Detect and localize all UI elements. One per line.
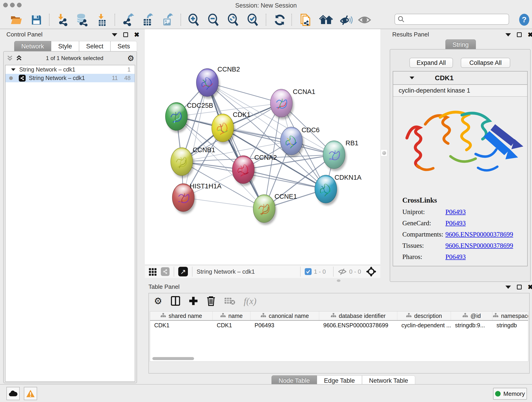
horizontal-splitter-handle[interactable] [337, 279, 341, 282]
column-header-namespace[interactable]: namespace [492, 312, 528, 320]
crosslink-link[interactable]: P06493 [445, 219, 466, 227]
detach-view-button[interactable]: ↗ [178, 267, 188, 276]
import-network-database-button[interactable] [75, 13, 89, 27]
results-panel-title: Results Panel [392, 31, 429, 38]
zoom-out-button[interactable] [206, 13, 220, 27]
tab-string[interactable]: String [445, 39, 476, 50]
panel-menu-button[interactable] [505, 33, 511, 36]
collapse-all-button[interactable]: Collapse All [461, 58, 510, 68]
cloud-status-button[interactable] [6, 387, 20, 400]
export-network-button[interactable] [121, 13, 135, 27]
crosslinks-title: CrossLinks [402, 196, 527, 204]
show-all-button[interactable] [357, 13, 372, 27]
close-panel-button[interactable]: ✖ [134, 32, 139, 37]
results-splitter-handle[interactable] [381, 149, 387, 156]
node-label-HIST1H1A: HIST1H1A [190, 182, 222, 190]
crosslink-label: Pharos: [402, 253, 445, 261]
show-columns-button[interactable] [171, 296, 180, 306]
panel-menu-button[interactable] [505, 286, 511, 289]
column-header-canonical-name[interactable]: canonical name [250, 312, 319, 320]
toolbar-separator [300, 267, 301, 277]
entry-header[interactable]: CDK1 [393, 71, 527, 85]
node-CDK1[interactable]: CDK1 [212, 111, 250, 144]
zoom-selected-button[interactable] [246, 13, 260, 27]
float-panel-button[interactable] [517, 285, 522, 289]
birdseye-toggle-icon[interactable] [366, 267, 376, 277]
edge-CCNA2-CDKN1A[interactable] [243, 170, 326, 189]
crosslink-link[interactable]: P06493 [445, 253, 466, 261]
search-box [394, 14, 509, 25]
table-hscrollbar-thumb[interactable] [152, 357, 194, 360]
expand-all-button[interactable]: Expand All [409, 58, 453, 68]
column-header-@id[interactable]: @id [451, 312, 492, 320]
collapse-all-icon[interactable] [7, 55, 13, 61]
column-header-shared-name[interactable]: shared name [150, 312, 213, 320]
table-card: ⚙ f(x) shared namenamecanonical namedata… [148, 293, 530, 374]
delete-column-button[interactable] [207, 296, 215, 306]
column-header-database-identifier[interactable]: database identifier [319, 312, 397, 320]
close-panel-button[interactable]: ✖ [528, 32, 532, 37]
export-image-button[interactable] [160, 13, 174, 27]
table-cell: 9606.ENSP00000378699 [319, 321, 397, 330]
open-session-button[interactable] [9, 13, 23, 27]
node-CDC6[interactable]: CDC6 [280, 126, 320, 157]
close-panel-button[interactable]: ✖ [528, 285, 532, 289]
import-network-button[interactable] [55, 13, 69, 27]
memory-button[interactable]: Memory [493, 388, 527, 400]
first-neighbors-button[interactable] [319, 13, 333, 27]
network-options-gear[interactable]: ⚙ [127, 55, 134, 62]
node-CDKN1A[interactable]: CDKN1A [315, 174, 361, 205]
expand-all-icon[interactable] [16, 55, 22, 61]
hidden-eye-icon[interactable] [338, 268, 347, 275]
node-CDC25B[interactable]: CDC25B [165, 102, 213, 133]
import-table-button[interactable] [94, 13, 109, 27]
new-network-from-selection-button[interactable] [298, 13, 312, 27]
tab-network[interactable]: Network [14, 41, 51, 51]
column-header-name[interactable]: name [213, 312, 250, 320]
node-CCNB1[interactable]: CCNB1 [171, 146, 215, 178]
function-builder-button[interactable]: f(x) [244, 296, 257, 306]
float-panel-button[interactable] [123, 32, 128, 37]
zoom-fit-button[interactable] [226, 13, 240, 27]
node-CCNB2[interactable]: CCNB2 [196, 65, 240, 99]
tab-sets[interactable]: Sets [110, 41, 137, 51]
crosslink-link[interactable]: 9606.ENSP00000378699 [445, 242, 513, 249]
tab-style[interactable]: Style [51, 41, 79, 51]
network-row[interactable]: String Network – cdk1 11 48 [6, 74, 135, 82]
edge-CCNB2-HIST1H1A[interactable] [183, 83, 207, 198]
help-button[interactable]: ? [518, 13, 530, 26]
warning-status-button[interactable] [24, 387, 37, 400]
apply-layout-button[interactable] [273, 13, 287, 27]
hide-selected-button[interactable] [339, 13, 353, 27]
search-input[interactable] [407, 16, 503, 23]
column-header-description[interactable]: description [397, 312, 451, 320]
zoom-in-button[interactable] [186, 13, 201, 27]
network-canvas[interactable]: CCNB2CCNA1CDC25BCDK1CDC6RB1CCNB1CCNA2CDK… [145, 29, 380, 265]
node-label-RB1: RB1 [346, 139, 358, 147]
crosslink-row: Uniprot:P06493 [402, 208, 527, 216]
panel-menu-button[interactable] [112, 33, 117, 36]
float-panel-button[interactable] [517, 32, 522, 37]
crosslink-link[interactable]: P06493 [445, 208, 466, 216]
network-collection-row[interactable]: String Network – cdk1 1 [6, 65, 135, 74]
delete-table-button[interactable] [224, 297, 235, 305]
table-options-gear[interactable]: ⚙ [154, 298, 162, 304]
node-CCNE1[interactable]: CCNE1 [253, 193, 297, 225]
string-view-icon[interactable] [161, 267, 170, 276]
collection-name: String Network – cdk1 [19, 66, 75, 73]
table-row[interactable]: CDK1CDK1P064939606.ENSP00000378699cyclin… [150, 321, 528, 330]
save-session-button[interactable] [29, 13, 44, 27]
selected-checkbox-icon[interactable] [305, 268, 312, 275]
crosslink-link[interactable]: 9606.ENSP00000378699 [445, 230, 513, 238]
add-column-button[interactable] [189, 296, 198, 306]
string-entry-box: CDK1 cyclin-dependent kinase 1 CrossLink… [393, 71, 528, 266]
node-HIST1H1A[interactable]: HIST1H1A [172, 182, 222, 214]
node-RB1[interactable]: RB1 [323, 139, 358, 171]
network-status-dot [9, 76, 13, 80]
string-app-icon [19, 75, 26, 82]
entry-expander-icon[interactable] [410, 77, 414, 79]
export-table-button[interactable] [140, 13, 154, 27]
tab-select[interactable]: Select [79, 41, 110, 51]
collection-expander-icon[interactable] [11, 68, 15, 71]
view-grid-button[interactable] [148, 267, 157, 276]
